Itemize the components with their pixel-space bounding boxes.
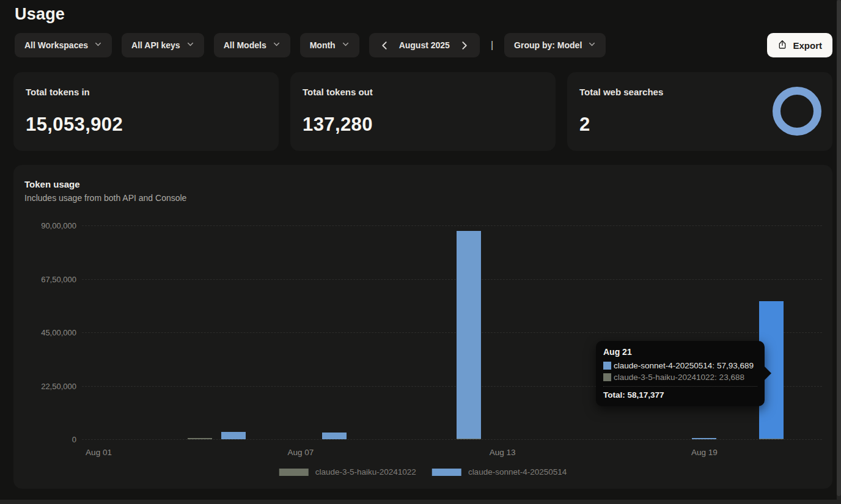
haiku-swatch-icon (279, 469, 309, 476)
group-by-label: Group by: Model (514, 40, 582, 50)
bar-aug-19-claude-sonnet-4-20250514[interactable] (692, 438, 716, 439)
stat-card-tokens-in: Total tokens in 15,053,902 (13, 72, 279, 151)
haiku-swatch-icon (603, 373, 611, 381)
prev-month-button[interactable] (379, 40, 391, 51)
x-axis-tick-label: Aug 19 (691, 448, 718, 457)
api-key-filter-dropdown[interactable]: All API keys (122, 33, 204, 57)
gridline (82, 225, 822, 226)
stat-label: Total tokens out (303, 87, 543, 97)
tooltip-total: Total: 58,17,377 (603, 386, 757, 400)
legend-label: claude-3-5-haiku-20241022 (315, 467, 416, 477)
chevron-down-icon (588, 40, 596, 50)
filter-separator: | (491, 40, 493, 51)
workspace-filter-label: All Workspaces (24, 40, 88, 50)
month-label: August 2025 (399, 40, 450, 50)
period-filter-label: Month (310, 40, 336, 50)
tooltip-row-text: claude-3-5-haiku-20241022: 23,688 (614, 373, 744, 382)
chevron-down-icon (273, 40, 281, 50)
month-navigator: August 2025 (369, 33, 480, 57)
stat-card-web-searches: Total web searches 2 (567, 72, 832, 151)
tooltip-date: Aug 21 (603, 347, 757, 357)
gridline (82, 439, 822, 440)
y-axis-tick-label: 90,00,000 (13, 221, 76, 230)
legend-label: claude-sonnet-4-20250514 (468, 467, 567, 477)
page-title: Usage (15, 5, 65, 24)
x-axis-tick-label: Aug 13 (490, 448, 516, 457)
gridline (82, 279, 822, 280)
bar-aug-12-claude-sonnet-4-20250514[interactable] (457, 231, 481, 439)
x-axis-tick-label: Aug 07 (287, 448, 314, 457)
model-filter-label: All Models (224, 40, 266, 50)
y-axis-tick-label: 45,00,000 (13, 328, 76, 337)
bar-aug-04-claude-3-5-haiku-20241022[interactable] (188, 438, 212, 439)
stat-value: 137,280 (303, 114, 543, 136)
bar-aug-05-claude-sonnet-4-20250514[interactable] (221, 432, 246, 439)
bar-aug-08-claude-sonnet-4-20250514[interactable] (322, 433, 347, 439)
vertical-scrollbar[interactable] (837, 0, 841, 500)
chevron-down-icon (94, 40, 102, 50)
tooltip-row-sonnet: claude-sonnet-4-20250514: 57,93,689 (603, 361, 757, 370)
filter-toolbar: All Workspaces All API keys All Models M… (15, 33, 832, 57)
horizontal-scrollbar[interactable] (0, 500, 841, 504)
group-by-dropdown[interactable]: Group by: Model (504, 33, 606, 57)
stat-card-tokens-out: Total tokens out 137,280 (290, 72, 556, 151)
stat-value: 15,053,902 (26, 114, 266, 136)
token-usage-bar-chart: 90,00,00067,50,00045,00,00022,50,0000Aug… (13, 165, 832, 489)
workspace-filter-dropdown[interactable]: All Workspaces (15, 33, 112, 57)
y-axis-tick-label: 22,50,000 (13, 381, 76, 390)
chart-legend: claude-3-5-haiku-20241022 claude-sonnet-… (279, 467, 567, 477)
web-searches-donut-chart (773, 87, 821, 136)
api-key-filter-label: All API keys (131, 40, 180, 50)
tooltip-row-haiku: claude-3-5-haiku-20241022: 23,688 (603, 373, 757, 382)
export-button-label: Export (793, 40, 822, 51)
y-axis-tick-label: 67,50,000 (13, 274, 76, 283)
y-axis-tick-label: 0 (13, 435, 76, 444)
share-icon (777, 40, 787, 51)
legend-item-sonnet: claude-sonnet-4-20250514 (432, 467, 567, 477)
next-month-button[interactable] (458, 40, 470, 51)
period-filter-dropdown[interactable]: Month (300, 33, 359, 57)
legend-item-haiku: claude-3-5-haiku-20241022 (279, 467, 416, 477)
sonnet-swatch-icon (603, 362, 611, 370)
chevron-down-icon (342, 40, 350, 50)
tooltip-row-text: claude-sonnet-4-20250514: 57,93,689 (614, 361, 754, 370)
vertical-scrollbar-thumb[interactable] (837, 0, 841, 496)
x-axis-tick-label: Aug 01 (86, 448, 112, 457)
chevron-down-icon (186, 40, 194, 50)
sonnet-swatch-icon (432, 469, 461, 476)
model-filter-dropdown[interactable]: All Models (214, 33, 290, 57)
chart-tooltip: Aug 21 claude-sonnet-4-20250514: 57,93,6… (596, 341, 765, 406)
token-usage-card: Token usage Includes usage from both API… (13, 165, 832, 489)
export-button[interactable]: Export (767, 33, 832, 57)
gridline (82, 332, 822, 333)
stats-row: Total tokens in 15,053,902 Total tokens … (13, 72, 832, 151)
stat-label: Total tokens in (26, 87, 266, 97)
